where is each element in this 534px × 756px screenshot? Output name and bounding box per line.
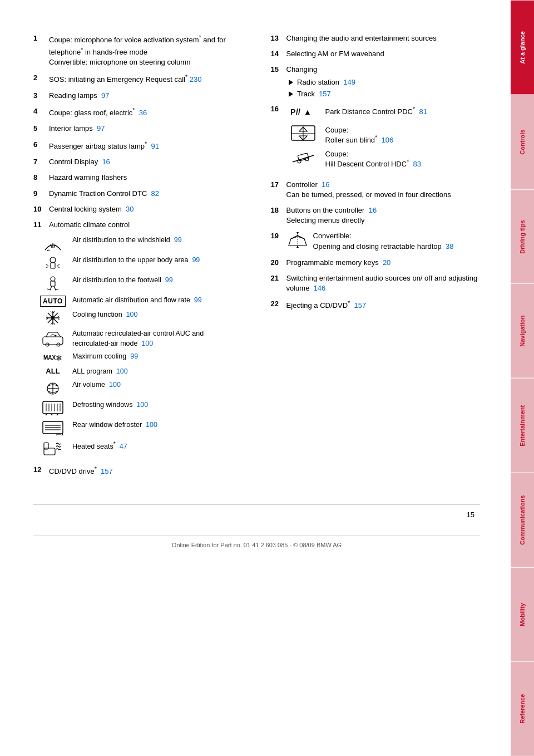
list-item-8: 8 Hazard warning flashers — [33, 173, 243, 183]
item-number-1: 1 — [33, 33, 49, 67]
link-19[interactable]: 38 — [446, 242, 453, 251]
item-text-1: Coupe: microphone for voice activation s… — [49, 33, 243, 67]
list-item-6: 6 Passenger airbag status lamp* 91 — [33, 140, 243, 152]
item-text-18: Buttons on the controller 16 Selecting m… — [286, 205, 481, 225]
link-9[interactable]: 82 — [151, 189, 159, 198]
all-icon: ALL — [39, 367, 67, 375]
climate-subitems: Air distribution to the windshield 99 — [33, 235, 243, 457]
list-item-14: 14 Selecting AM or FM waveband — [271, 49, 481, 59]
item-text-17: Controller 16 Can be turned, pressed, or… — [286, 180, 481, 200]
climate-text-auto: Automatic air distribution and flow rate… — [72, 296, 243, 306]
item-number-5: 5 — [33, 124, 49, 134]
footer-text: Online Edition for Part no. 01 41 2 603 … — [33, 536, 480, 548]
svg-point-19 — [51, 316, 55, 320]
link-20[interactable]: 20 — [383, 258, 390, 267]
item-number-7: 7 — [33, 157, 49, 167]
svg-point-9 — [51, 277, 55, 281]
climate-text-max: Maximum cooling 99 — [72, 352, 243, 362]
wind-foot-icon — [39, 276, 67, 292]
svg-text:▲: ▲ — [304, 107, 312, 116]
list-item-5: 5 Interior lamps 97 — [33, 124, 243, 134]
item-text-4: Coupe: glass roof, electric* 36 — [49, 106, 243, 119]
pdc-text: Park Distance Control PDC* 81 — [325, 105, 481, 116]
list-item-13: 13 Changing the audio and entertainment … — [271, 33, 481, 43]
item-number-6: 6 — [33, 140, 49, 152]
svg-line-6 — [46, 267, 48, 268]
link-10[interactable]: 30 — [126, 205, 134, 213]
link-5[interactable]: 97 — [97, 124, 105, 132]
svg-line-12 — [54, 286, 56, 290]
link-7[interactable]: 16 — [102, 158, 110, 166]
list-item-4: 4 Coupe: glass roof, electric* 36 — [33, 106, 243, 119]
item-number-19: 19 — [271, 231, 286, 252]
sidebar-tab-mobility[interactable]: Mobility — [511, 567, 534, 662]
climate-subitem-heated-seat: Heated seats* 47 — [33, 440, 243, 457]
item-number-3: 3 — [33, 91, 49, 101]
link-2[interactable]: 230 — [190, 76, 202, 84]
sidebar-tab-at-a-glance[interactable]: At a glance — [511, 0, 534, 95]
item-text-12: CD/DVD drive* 157 — [49, 465, 243, 477]
sidebar-tab-reference[interactable]: Reference — [511, 661, 534, 756]
item-number-15: 15 — [271, 65, 286, 99]
item-number-18: 18 — [271, 205, 286, 225]
list-item-21: 21 Switching entertainment audio sources… — [271, 273, 481, 293]
sidebar-tab-communications[interactable]: Communications — [511, 473, 534, 567]
link-12[interactable]: 157 — [101, 467, 113, 475]
link-17[interactable]: 16 — [322, 180, 329, 189]
pdc-icon: P // ▲ — [286, 105, 320, 120]
roller-blind-icon — [286, 125, 320, 141]
climate-text-recirc: Automatic recirculated-air control AUC a… — [72, 329, 243, 348]
item-number-20: 20 — [271, 258, 286, 268]
item-number-2: 2 — [33, 73, 49, 85]
item-number-9: 9 — [33, 189, 49, 199]
list-item-9: 9 Dynamic Traction Control DTC 82 — [33, 189, 243, 199]
item-text-10: Central locking system 30 — [49, 204, 243, 214]
link-21[interactable]: 146 — [314, 284, 326, 292]
list-item-3: 3 Reading lamps 97 — [33, 91, 243, 101]
svg-text://: // — [296, 107, 300, 116]
sidebar-tab-entertainment[interactable]: Entertainment — [511, 378, 534, 473]
sidebar-tab-controls[interactable]: Controls — [511, 95, 534, 189]
wind-upper-icon — [39, 256, 67, 272]
list-item-18: 18 Buttons on the controller 16 Selectin… — [271, 205, 481, 225]
link-15-radio[interactable]: 149 — [343, 78, 355, 86]
item-text-21: Switching entertainment audio sources on… — [286, 273, 481, 293]
triangle-icon — [289, 80, 293, 85]
link-3[interactable]: 97 — [101, 91, 109, 100]
climate-text-upper: Air distribution to the upper body area … — [72, 256, 243, 266]
climate-text-rear-defrost: Rear window defroster 100 — [72, 420, 243, 430]
climate-subitem-upper: Air distribution to the upper body area … — [33, 256, 243, 272]
climate-subitem-all: ALL ALL program 100 — [33, 367, 243, 377]
defrost-icon — [39, 400, 67, 417]
link-6[interactable]: 91 — [151, 142, 159, 150]
climate-text-heated-seat: Heated seats* 47 — [72, 440, 243, 452]
link-22[interactable]: 157 — [354, 301, 367, 310]
link-4[interactable]: 36 — [139, 109, 147, 117]
climate-text-airvolume: Air volume 100 — [72, 380, 243, 390]
climate-subitem-cool: Cooling function 100 — [33, 310, 243, 326]
hdc-icon — [286, 149, 320, 165]
link-15-track[interactable]: 157 — [319, 90, 331, 98]
sidebar-tab-driving-tips[interactable]: Driving tips — [511, 189, 534, 284]
list-item-16: 16 P // ▲ — [271, 105, 481, 173]
max-cooling-icon: MAX ❄ — [39, 352, 67, 364]
list-item-22: 22 Ejecting a CD/DVD* 157 — [271, 299, 481, 311]
wind-windshield-icon — [39, 235, 67, 252]
item-text-5: Interior lamps 97 — [49, 124, 243, 134]
item-text-8: Hazard warning flashers — [49, 173, 243, 183]
item-number-13: 13 — [271, 33, 286, 43]
sidebar-tab-navigation[interactable]: Navigation — [511, 283, 534, 378]
item-text-6: Passenger airbag status lamp* 91 — [49, 140, 243, 152]
link-18[interactable]: 16 — [369, 206, 377, 214]
svg-line-8 — [57, 267, 60, 268]
heated-seat-icon — [39, 440, 67, 457]
list-item-10: 10 Central locking system 30 — [33, 204, 243, 214]
climate-text-defrost: Defrosting windows 100 — [72, 400, 243, 410]
item-number-22: 22 — [271, 299, 286, 311]
item-text-13: Changing the audio and entertainment sou… — [286, 33, 481, 43]
svg-line-7 — [57, 264, 60, 266]
climate-subitem-max: MAX ❄ Maximum cooling 99 — [33, 352, 243, 364]
svg-line-11 — [50, 286, 52, 290]
climate-subitem-auto: AUTO Automatic air distribution and flow… — [33, 296, 243, 307]
item-number-4: 4 — [33, 106, 49, 119]
